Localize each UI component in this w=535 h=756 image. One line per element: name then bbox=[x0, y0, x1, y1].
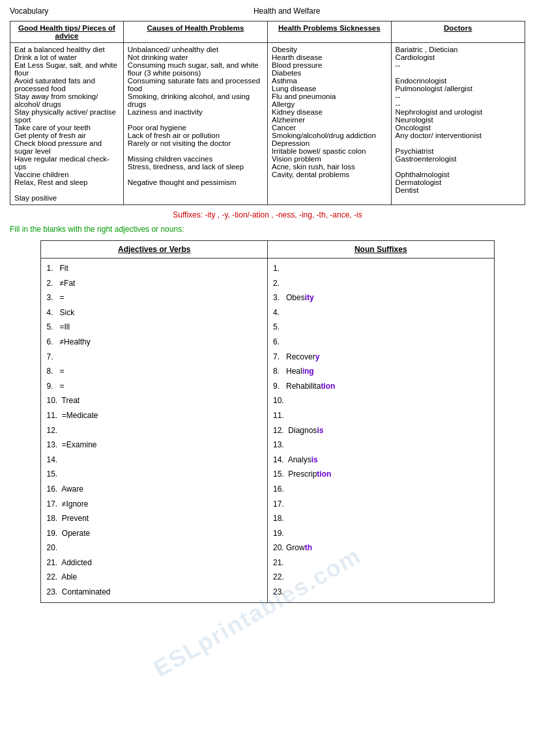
doctors-cell: Bariatric , Dietician Cardiologist -- En… bbox=[391, 43, 525, 205]
list-item: Acne, skin rush, hair loss bbox=[272, 163, 387, 171]
list-item: -- bbox=[396, 100, 521, 108]
list-item: 12. bbox=[46, 423, 262, 438]
list-item: Smoking, drinking alcohol, and using dru… bbox=[128, 92, 263, 108]
list-item: Poor oral hygiene bbox=[128, 124, 263, 132]
list-item: Lack of fresh air or pollution bbox=[128, 132, 263, 139]
health-tips-cell: Eat a balanced healthy diet Drink a lot … bbox=[10, 43, 124, 205]
suffix-highlight: y bbox=[315, 352, 320, 361]
list-item: Cancer bbox=[272, 124, 387, 132]
exercise-table: Adjectives or Verbs Noun Suffixes 1. Fit… bbox=[40, 240, 494, 603]
list-item: 1. Fit bbox=[46, 261, 262, 276]
list-item: 5. =Ill bbox=[46, 320, 262, 335]
list-item: 4. bbox=[273, 305, 489, 320]
list-item: 3. Obesity bbox=[273, 290, 489, 305]
list-item: Take care of your teeth bbox=[14, 124, 119, 132]
header-center: Health and Welfare bbox=[253, 7, 321, 16]
list-item: Hearth disease bbox=[272, 53, 387, 61]
list-item: Eat a balanced healthy diet bbox=[14, 46, 119, 53]
main-table-row: Eat a balanced healthy diet Drink a lot … bbox=[10, 43, 525, 205]
list-item: Gastroenterologist bbox=[396, 155, 521, 163]
list-item: 21. Addicted bbox=[46, 555, 262, 570]
list-item: 6. ≠Healthy bbox=[46, 335, 262, 350]
list-item bbox=[128, 171, 263, 178]
list-item: 6. bbox=[273, 335, 489, 350]
list-item: Neurologist bbox=[396, 116, 521, 124]
list-item: Consuming much sugar, salt, and white fl… bbox=[128, 61, 263, 77]
list-item: Have regular medical check-ups bbox=[14, 155, 119, 171]
list-item: Check blood pressure and sugar level bbox=[14, 139, 119, 155]
fill-instruction: Fill in the blanks with the right adject… bbox=[10, 225, 525, 234]
list-item bbox=[396, 163, 521, 171]
list-item: Eat Less Sugar, salt, and white flour bbox=[14, 61, 119, 77]
list-item: Obesity bbox=[272, 46, 387, 53]
list-item: Bariatric , Dietician bbox=[396, 46, 521, 53]
list-item: Depression bbox=[272, 139, 387, 147]
list-item: 11. bbox=[273, 408, 489, 423]
list-item: Dentist bbox=[396, 186, 521, 194]
list-item: 7. bbox=[46, 350, 262, 365]
suffix-highlight: is bbox=[317, 426, 323, 435]
list-item: Stress, tiredness, and lack of sleep bbox=[128, 163, 263, 171]
list-item: 10. Treat bbox=[46, 393, 262, 408]
list-item: Rarely or not visiting the doctor bbox=[128, 139, 263, 147]
suffixes-line: Suffixes: -ity , -y, -tion/-ation , -nes… bbox=[10, 210, 525, 219]
list-item: 21. bbox=[273, 555, 489, 570]
list-item: Negative thought and pessimism bbox=[128, 178, 263, 186]
list-item: -- bbox=[396, 92, 521, 100]
list-item: 10. bbox=[273, 393, 489, 408]
exercise-row-1: 1. Fit 2. ≠Fat 3. = 4. Sick 5. =Ill 6. ≠… bbox=[41, 259, 494, 603]
list-item: Nephrologist and urologist bbox=[396, 108, 521, 116]
list-item: Any doctor/ interventionist bbox=[396, 132, 521, 139]
list-item: Allergy bbox=[272, 100, 387, 108]
list-item: 8. = bbox=[46, 364, 262, 379]
list-item: 3. = bbox=[46, 290, 262, 305]
suffix-highlight: ing bbox=[302, 367, 314, 376]
list-item: Oncologist bbox=[396, 124, 521, 132]
col-causes-header: Causes of Health Problems bbox=[123, 21, 267, 43]
list-item: Dermatologist bbox=[396, 178, 521, 186]
causes-cell: Unbalanced/ unhealthy diet Not drinking … bbox=[123, 43, 267, 205]
page-header: Vocabulary Health and Welfare bbox=[10, 7, 525, 16]
exercise-col2-header: Noun Suffixes bbox=[267, 241, 494, 259]
list-item: Relax, Rest and sleep bbox=[14, 178, 119, 186]
col-sicknesses-header: Health Problems Sicknesses bbox=[267, 21, 391, 43]
list-item: 17. ≠Ignore bbox=[46, 497, 262, 512]
list-item: Smoking/alcohol/drug addiction bbox=[272, 132, 387, 139]
list-item: Asthma bbox=[272, 77, 387, 85]
list-item: Endocrinologist bbox=[396, 77, 521, 85]
suffix-highlight: tion bbox=[317, 469, 331, 479]
list-item: Stay away from smoking/ alcohol/ drugs bbox=[14, 92, 119, 108]
list-item: 16. Aware bbox=[46, 482, 262, 497]
list-item: 14. bbox=[46, 453, 262, 468]
list-item: 7. Recovery bbox=[273, 350, 489, 365]
list-item: 15. bbox=[46, 467, 262, 482]
list-item: Get plenty of fresh air bbox=[14, 132, 119, 139]
list-item: Pulmonologist /allergist bbox=[396, 85, 521, 92]
list-item: 2. ≠Fat bbox=[46, 276, 262, 291]
list-item: 2. bbox=[273, 276, 489, 291]
list-item: 16. bbox=[273, 482, 489, 497]
sicknesses-cell: Obesity Hearth disease Blood pressure Di… bbox=[267, 43, 391, 205]
list-item: Cardiologist bbox=[396, 53, 521, 61]
list-item: 19. bbox=[273, 526, 489, 541]
list-item: 11. =Medicate bbox=[46, 408, 262, 423]
suffix-highlight: ity bbox=[305, 293, 314, 302]
list-item: 18. Prevent bbox=[46, 511, 262, 526]
list-item: 18. bbox=[273, 511, 489, 526]
list-item: 4. Sick bbox=[46, 305, 262, 320]
suffix-highlight: is bbox=[311, 455, 318, 464]
list-item: 9. Rehabilitation bbox=[273, 379, 489, 394]
col-doctors-header: Doctors bbox=[391, 21, 525, 43]
list-item bbox=[396, 139, 521, 147]
list-item: 8. Healing bbox=[273, 364, 489, 379]
list-item: Lung disease bbox=[272, 85, 387, 92]
exercise-adj-cell: 1. Fit 2. ≠Fat 3. = 4. Sick 5. =Ill 6. ≠… bbox=[41, 259, 268, 603]
list-item: Avoid saturated fats and processed food bbox=[14, 77, 119, 92]
list-item bbox=[14, 186, 119, 194]
list-item: 5. bbox=[273, 320, 489, 335]
list-item: Psychiatrist bbox=[396, 147, 521, 155]
list-item: Kidney disease bbox=[272, 108, 387, 116]
list-item: 23. Contaminated bbox=[46, 585, 262, 600]
list-item: Diabetes bbox=[272, 69, 387, 77]
list-item: 19. Operate bbox=[46, 526, 262, 541]
